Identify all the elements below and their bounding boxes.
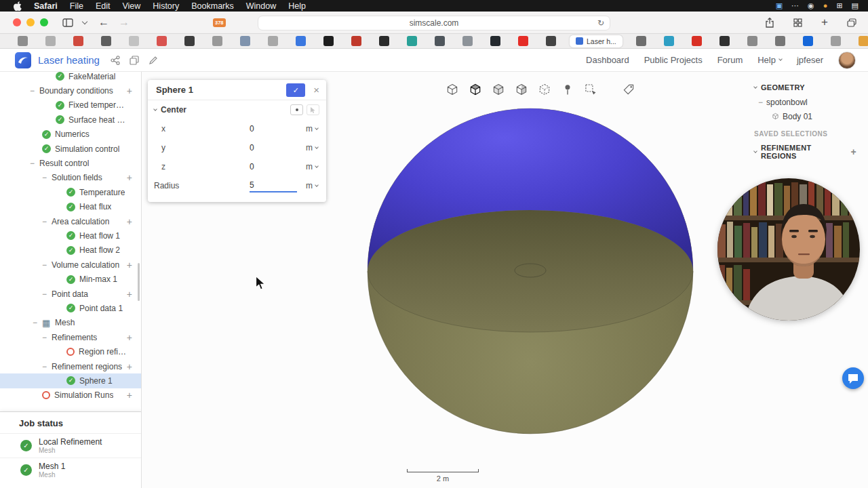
pinned-tab[interactable] (462, 36, 473, 46)
pinned-tab[interactable] (407, 36, 417, 46)
tree-scrollbar[interactable] (138, 263, 140, 301)
tree-item[interactable]: Simulation Runs + (0, 388, 141, 403)
back-button[interactable]: ← (98, 16, 109, 28)
expander-icon[interactable] (42, 289, 52, 299)
pinned-tab[interactable] (636, 36, 646, 46)
pinned-tab[interactable] (719, 36, 730, 46)
help-menu[interactable]: Help (757, 55, 782, 65)
tree-item[interactable]: Refinements + (0, 330, 141, 344)
tree-item[interactable]: Fixed temperature v... + (0, 98, 141, 113)
status-icon[interactable]: ● (823, 0, 828, 12)
shaded-view-cube-button[interactable] (467, 81, 483, 97)
coordinate-input[interactable] (250, 142, 297, 154)
chevron-down-icon[interactable] (753, 149, 757, 153)
expander-icon[interactable] (42, 173, 52, 182)
menubar-menu-item[interactable]: History (153, 1, 179, 11)
pinned-tab[interactable] (101, 36, 111, 46)
tree-item[interactable]: Heat flow 1 + (0, 228, 141, 243)
expander-icon[interactable] (42, 333, 52, 342)
pinned-tab[interactable] (184, 36, 195, 46)
pinned-tab[interactable] (351, 36, 361, 46)
status-icon[interactable]: ⊞ (836, 0, 842, 12)
measure-tag-button[interactable] (620, 81, 636, 97)
pinned-tab[interactable] (323, 36, 334, 46)
extensions-icon[interactable] (793, 18, 802, 27)
add-child-button[interactable]: + (127, 289, 132, 300)
transparent-view-cube-button[interactable] (536, 81, 552, 97)
duplicate-project-icon[interactable] (130, 56, 139, 65)
box-select-button[interactable] (583, 81, 598, 97)
pinned-tab[interactable] (490, 36, 500, 46)
tree-item[interactable]: FakeMaterial + (0, 72, 141, 83)
apple-logo-icon[interactable] (14, 1, 22, 11)
minimize-window-button[interactable] (26, 18, 35, 26)
tree-item[interactable]: Solution fields + (0, 171, 141, 185)
tree-item[interactable]: Min-max 1 + (0, 272, 141, 286)
job-row[interactable]: Local Refinement Mesh (0, 433, 142, 458)
address-bar[interactable]: simscale.com ↻ (258, 16, 610, 30)
header-nav-link[interactable]: Forum (717, 55, 743, 65)
expander-icon[interactable]: − (758, 98, 763, 107)
reload-icon[interactable]: ↻ (597, 18, 604, 28)
add-child-button[interactable]: + (127, 85, 132, 96)
close-panel-button[interactable]: × (313, 85, 319, 95)
header-nav-link[interactable]: Public Projects (644, 55, 703, 65)
pinned-tab[interactable] (73, 36, 83, 46)
tree-item[interactable]: Volume calculation + (0, 258, 141, 272)
tree-item[interactable]: Simulation control + (0, 142, 141, 156)
expander-icon[interactable] (30, 86, 39, 96)
apply-button[interactable]: ✓ (286, 83, 305, 97)
pinned-tab[interactable] (803, 36, 813, 46)
add-refinement-region-button[interactable]: + (851, 146, 856, 157)
menubar-menu-item[interactable]: Bookmarks (191, 1, 234, 11)
pinned-tab[interactable] (129, 36, 139, 46)
pinned-tab[interactable] (775, 36, 785, 46)
zoom-window-button[interactable] (40, 18, 48, 26)
tree-item[interactable]: Boundary conditions + (0, 83, 141, 98)
tree-item[interactable]: Heat flux + (0, 200, 141, 214)
tree-item[interactable]: Point data 1 + (0, 301, 141, 315)
add-child-button[interactable]: + (127, 216, 132, 227)
user-avatar[interactable] (838, 52, 856, 69)
chat-widget-button[interactable] (842, 367, 864, 389)
header-nav-link[interactable]: Dashboard (586, 55, 629, 65)
pinned-tab[interactable] (157, 36, 167, 46)
job-row[interactable]: Mesh 1 Mesh (0, 458, 142, 482)
chevron-down-icon[interactable] (753, 85, 757, 89)
pinned-tab[interactable] (518, 36, 528, 46)
tree-item[interactable]: Region refinem... + (0, 344, 141, 359)
tree-item[interactable]: Refinement regions + (0, 359, 141, 373)
expander-icon[interactable] (42, 362, 52, 371)
tree-item[interactable]: Point data + (0, 287, 141, 301)
menubar-menu-item[interactable]: File (70, 1, 83, 11)
menubar-menu-item[interactable]: View (122, 1, 140, 11)
unit-dropdown[interactable]: m (306, 143, 318, 152)
radius-input[interactable] (250, 179, 297, 192)
tree-item[interactable]: Heat flow 2 + (0, 243, 141, 258)
simscale-logo[interactable] (15, 52, 31, 68)
faces-view-cube-button[interactable] (490, 81, 506, 97)
pick-point-button[interactable] (290, 104, 303, 115)
tree-item[interactable]: Surface heat flux 2 + (0, 113, 141, 127)
fit-view-cube-button[interactable] (444, 81, 460, 97)
tab-overview-icon[interactable] (847, 18, 856, 27)
pinned-tab[interactable] (268, 36, 278, 46)
sidebar-toggle-icon[interactable] (62, 18, 73, 27)
active-tab[interactable]: Laser h... (570, 35, 623, 47)
tree-item[interactable]: Mesh + (0, 316, 141, 330)
share-project-icon[interactable] (111, 56, 120, 65)
status-icon[interactable]: ▣ (776, 0, 783, 12)
pinned-tab[interactable] (45, 36, 56, 46)
pinned-tab[interactable] (296, 36, 306, 46)
share-icon[interactable] (765, 18, 774, 28)
pinned-tab[interactable] (747, 36, 757, 46)
extension-badge[interactable]: 378 (213, 18, 226, 27)
unit-dropdown[interactable]: m (306, 124, 318, 134)
unit-dropdown[interactable]: m (306, 181, 318, 190)
add-child-button[interactable]: + (127, 361, 132, 372)
pinned-tab[interactable] (18, 36, 28, 46)
probe-pin-button[interactable] (559, 81, 575, 97)
expander-icon[interactable] (33, 318, 42, 327)
pinned-tab[interactable] (831, 36, 841, 46)
close-window-button[interactable] (13, 18, 21, 26)
